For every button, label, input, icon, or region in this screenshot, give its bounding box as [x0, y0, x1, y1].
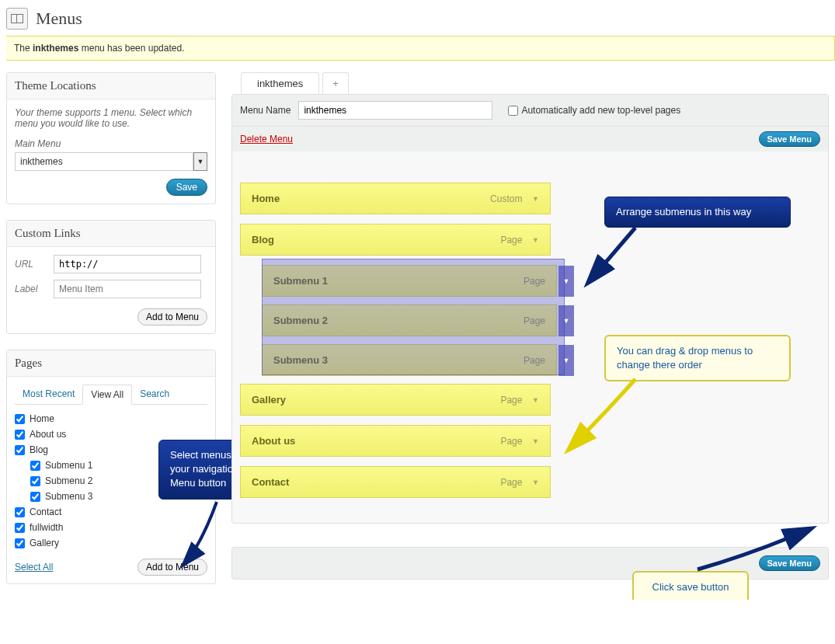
menu-tab-inkthemes[interactable]: inkthemes — [241, 72, 319, 94]
label-label: Label — [15, 284, 54, 294]
page-checkbox-item[interactable]: Home — [15, 411, 207, 426]
update-notice: The inkthemes menu has been updated. — [6, 36, 835, 61]
save-theme-location-button[interactable]: Save — [166, 179, 207, 196]
save-menu-button-top[interactable]: Save Menu — [759, 131, 820, 147]
add-pages-to-menu-button[interactable]: Add to Menu — [137, 559, 207, 576]
page-checkbox-item[interactable]: fullwidth — [15, 520, 207, 535]
callout-click-save: Click save button — [632, 571, 749, 600]
pages-panel: Pages Most Recent View All Search HomeAb… — [6, 350, 216, 584]
callout-arrange: Arrange submenus in this way — [604, 197, 791, 228]
theme-locations-title: Theme Locations — [7, 73, 215, 99]
tab-search[interactable]: Search — [132, 385, 177, 404]
main-menu-label: Main Menu — [15, 138, 207, 149]
menu-name-label: Menu Name — [240, 105, 291, 116]
url-input[interactable] — [54, 255, 201, 273]
expand-submenu-icon[interactable]: ▼ — [558, 345, 574, 376]
menu-item[interactable]: ContactPage ▼ — [240, 466, 551, 498]
dropdown-arrow-icon[interactable]: ▼ — [193, 152, 207, 171]
menu-item[interactable]: GalleryPage ▼ — [240, 384, 551, 416]
menu-item[interactable]: HomeCustom ▼ — [240, 183, 551, 214]
tab-most-recent[interactable]: Most Recent — [15, 385, 82, 404]
menu-item[interactable]: Submenu 1Page — [262, 265, 557, 297]
select-all-link[interactable]: Select All — [15, 562, 53, 573]
main-menu-select[interactable]: inkthemes ▼ — [15, 152, 207, 171]
theme-locations-desc: Your theme supports 1 menu. Select which… — [15, 107, 207, 129]
add-custom-link-button[interactable]: Add to Menu — [137, 308, 207, 325]
tab-view-all[interactable]: View All — [82, 385, 132, 405]
page-title: Menus — [36, 9, 82, 29]
menu-item[interactable]: BlogPage ▼ — [240, 224, 551, 256]
save-menu-button-bottom[interactable]: Save Menu — [759, 555, 820, 571]
menu-item[interactable]: Submenu 3Page — [262, 344, 557, 376]
url-label: URL — [15, 259, 54, 270]
menu-item[interactable]: Submenu 2Page — [262, 305, 557, 336]
pages-title: Pages — [7, 350, 215, 377]
menu-name-input[interactable] — [298, 101, 492, 120]
custom-links-panel: Custom Links URL Label Add to Menu — [6, 220, 216, 334]
page-checkbox-item[interactable]: Contact — [15, 504, 207, 520]
expand-submenu-icon[interactable]: ▼ — [558, 266, 574, 297]
theme-locations-panel: Theme Locations Your theme supports 1 me… — [6, 72, 216, 204]
auto-add-checkbox[interactable]: Automatically add new top-level pages — [508, 105, 680, 116]
menu-tab-add[interactable]: + — [322, 72, 349, 94]
expand-submenu-icon[interactable]: ▼ — [558, 305, 574, 336]
custom-links-title: Custom Links — [7, 221, 215, 247]
callout-drag-drop: You can drag & drop menus to change ther… — [604, 335, 791, 381]
menus-icon — [6, 8, 28, 30]
label-input[interactable] — [54, 280, 201, 298]
page-checkbox-item[interactable]: Gallery — [15, 535, 207, 551]
menu-item[interactable]: About usPage ▼ — [240, 425, 551, 457]
delete-menu-link[interactable]: Delete Menu — [240, 134, 293, 144]
